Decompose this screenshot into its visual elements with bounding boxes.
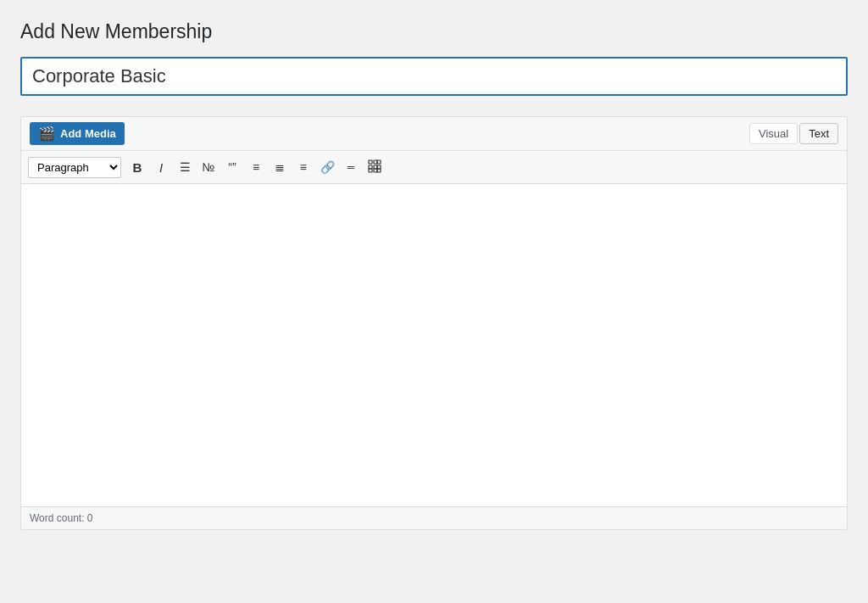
fullscreen-icon: [368, 159, 381, 176]
tab-group: Visual Text: [749, 123, 838, 144]
align-center-button[interactable]: ≣: [269, 156, 291, 178]
editor-footer: Word count: 0: [21, 506, 847, 529]
fullscreen-button[interactable]: [364, 156, 386, 178]
italic-button[interactable]: I: [150, 156, 172, 178]
tab-visual[interactable]: Visual: [749, 123, 798, 144]
svg-rect-6: [369, 169, 372, 172]
align-right-icon: ≡: [300, 160, 307, 174]
align-right-button[interactable]: ≡: [292, 156, 314, 178]
ordered-list-button[interactable]: №: [198, 156, 220, 178]
membership-title-input[interactable]: [20, 57, 848, 96]
align-left-icon: ≡: [253, 160, 259, 174]
svg-rect-5: [377, 165, 381, 169]
word-count-label: Word count:: [30, 512, 84, 524]
paragraph-format-select[interactable]: Paragraph Heading 1 Heading 2 Heading 3 …: [28, 157, 121, 178]
add-media-button[interactable]: 🎬 Add Media: [30, 122, 125, 145]
align-center-icon: ≣: [275, 160, 285, 174]
editor-toolbar: Paragraph Heading 1 Heading 2 Heading 3 …: [21, 151, 847, 184]
svg-rect-8: [377, 169, 381, 172]
horizontal-rule-button[interactable]: ═: [340, 156, 362, 178]
word-count-value: 0: [87, 512, 93, 524]
blockquote-button[interactable]: “”: [221, 156, 243, 178]
bold-button[interactable]: B: [126, 156, 148, 178]
ordered-list-icon: №: [202, 160, 214, 174]
svg-rect-3: [374, 165, 377, 169]
editor-top-bar: 🎬 Add Media Visual Text: [21, 117, 847, 151]
add-media-icon: 🎬: [38, 126, 55, 142]
svg-rect-1: [374, 160, 377, 164]
editor-content-area[interactable]: [21, 184, 847, 506]
unordered-list-button[interactable]: ☰: [174, 156, 196, 178]
add-media-label: Add Media: [60, 127, 116, 140]
blockquote-icon: “”: [228, 160, 236, 174]
unordered-list-icon: ☰: [180, 160, 191, 174]
italic-icon: I: [159, 160, 163, 175]
align-left-button[interactable]: ≡: [245, 156, 267, 178]
editor-container: 🎬 Add Media Visual Text Paragraph Headin…: [20, 116, 848, 530]
horizontal-rule-icon: ═: [348, 161, 355, 173]
insert-link-icon: 🔗: [320, 160, 335, 174]
svg-rect-2: [369, 165, 372, 169]
svg-rect-7: [374, 169, 377, 172]
bold-icon: B: [133, 160, 142, 175]
page-title: Add New Membership: [20, 20, 848, 43]
svg-rect-4: [377, 160, 381, 164]
svg-rect-0: [369, 160, 372, 164]
insert-link-button[interactable]: 🔗: [316, 156, 338, 178]
tab-text[interactable]: Text: [799, 123, 838, 144]
